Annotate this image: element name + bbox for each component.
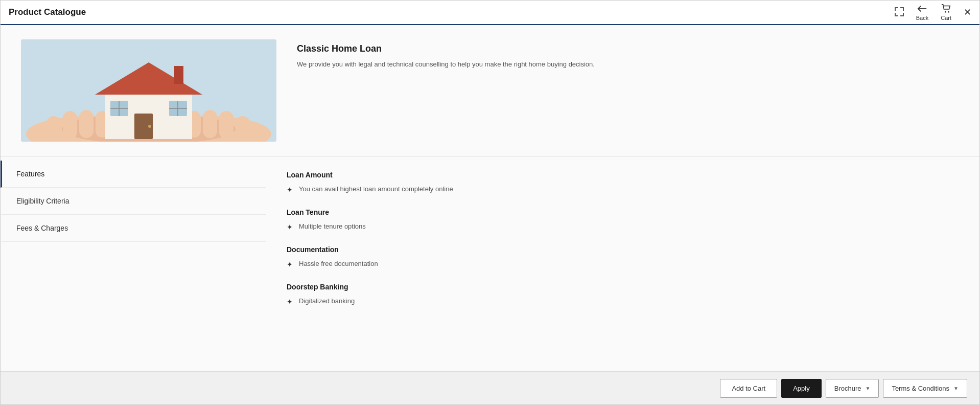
add-to-cart-button[interactable]: Add to Cart (720, 379, 777, 398)
brochure-chevron-icon: ▼ (865, 386, 870, 391)
title-bar-controls: Back Cart ✕ (895, 4, 971, 21)
svg-rect-9 (79, 110, 94, 138)
svg-rect-12 (219, 111, 234, 139)
product-title: Classic Home Loan (297, 43, 959, 54)
feature-item-text: Digitalized banking (299, 297, 355, 305)
middle-section: Features Eligibility Criteria Fees & Cha… (1, 156, 979, 372)
terms-label: Terms & Conditions (892, 385, 949, 392)
feature-section: Documentation✦Hassle free documentation (287, 245, 959, 271)
bullet-icon: ✦ (287, 186, 293, 194)
svg-rect-11 (236, 116, 250, 142)
terms-button[interactable]: Terms & Conditions ▼ (883, 379, 967, 398)
svg-point-18 (148, 125, 151, 128)
svg-rect-7 (46, 116, 61, 142)
main-content: Classic Home Loan We provide you with le… (1, 25, 979, 372)
features-panel: Loan Amount✦You can avail highest loan a… (266, 156, 979, 371)
apply-button[interactable]: Apply (781, 379, 822, 398)
nav-item-fees[interactable]: Fees & Charges (1, 215, 266, 242)
feature-item: ✦Hassle free documentation (287, 258, 959, 271)
feature-item-text: Multiple tenure options (299, 222, 366, 230)
feature-section-title: Doorstep Banking (287, 283, 959, 291)
feature-item: ✦Digitalized banking (287, 295, 959, 308)
feature-item: ✦Multiple tenure options (287, 220, 959, 233)
product-info: Classic Home Loan We provide you with le… (297, 39, 959, 142)
feature-section: Doorstep Banking✦Digitalized banking (287, 283, 959, 308)
feature-item-text: You can avail highest loan amount comple… (299, 185, 453, 193)
svg-point-1 (944, 11, 946, 13)
product-image (21, 39, 276, 142)
feature-section-title: Loan Amount (287, 171, 959, 179)
back-button[interactable]: Back (916, 4, 928, 21)
product-description: We provide you with legal and technical … (297, 59, 959, 70)
svg-point-2 (948, 11, 949, 13)
window-title: Product Catalogue (9, 7, 86, 17)
back-label: Back (916, 15, 928, 21)
house-svg (21, 39, 276, 142)
cart-label: Cart (941, 15, 951, 21)
bullet-icon: ✦ (287, 260, 293, 268)
nav-item-eligibility[interactable]: Eligibility Criteria (1, 188, 266, 215)
feature-item: ✦You can avail highest loan amount compl… (287, 183, 959, 196)
svg-rect-25 (174, 66, 183, 84)
brochure-label: Brochure (834, 385, 861, 392)
bullet-icon: ✦ (287, 223, 293, 231)
feature-section: Loan Amount✦You can avail highest loan a… (287, 171, 959, 196)
terms-chevron-icon: ▼ (953, 386, 959, 391)
bullet-icon: ✦ (287, 298, 293, 306)
product-catalogue-window: Product Catalogue Back (0, 0, 980, 405)
title-bar: Product Catalogue Back (1, 1, 979, 25)
footer-bar: Add to Cart Apply Brochure ▼ Terms & Con… (1, 372, 979, 404)
product-header: Classic Home Loan We provide you with le… (1, 25, 979, 156)
close-button[interactable]: ✕ (964, 8, 971, 17)
svg-rect-8 (63, 111, 77, 139)
cart-button[interactable]: Cart (941, 4, 951, 21)
expand-button[interactable] (895, 7, 904, 18)
cart-icon (941, 4, 951, 14)
sidebar-nav: Features Eligibility Criteria Fees & Cha… (1, 156, 266, 371)
expand-icon (895, 7, 904, 16)
feature-section-title: Loan Tenure (287, 208, 959, 216)
feature-section-title: Documentation (287, 245, 959, 254)
back-icon (917, 4, 927, 14)
nav-item-features[interactable]: Features (1, 161, 266, 188)
brochure-button[interactable]: Brochure ▼ (826, 379, 879, 398)
feature-item-text: Hassle free documentation (299, 260, 378, 267)
feature-section: Loan Tenure✦Multiple tenure options (287, 208, 959, 233)
svg-rect-13 (203, 110, 217, 138)
